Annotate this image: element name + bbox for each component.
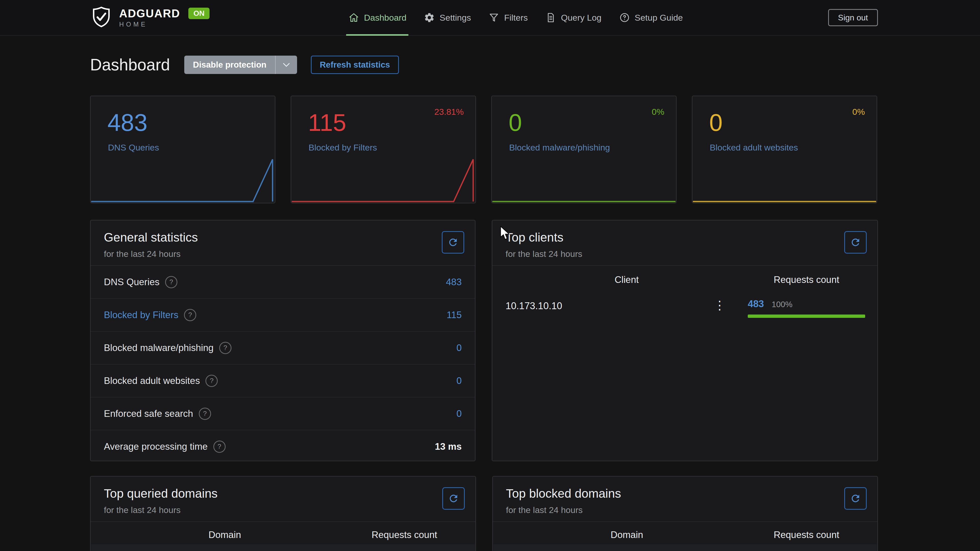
stat-row-safe-search: Enforced safe search ? 0 (91, 397, 475, 430)
refresh-icon (850, 493, 861, 504)
column-header-domain: Domain (104, 530, 346, 540)
top-clients-row: 10.173.10.10 ⋮ 483 100% (492, 299, 877, 318)
general-statistics-panel: General statistics for the last 24 hours… (90, 220, 476, 461)
nav-label: Filters (504, 13, 528, 23)
table-row-stripe (91, 545, 475, 551)
refresh-statistics-button[interactable]: Refresh statistics (311, 56, 399, 74)
stat-row-blocked-by-filters: Blocked by Filters ? 115 (91, 299, 475, 332)
kebab-menu-icon[interactable]: ⋮ (714, 299, 726, 312)
general-statistics-header: General statistics for the last 24 hours (91, 221, 475, 266)
adguard-home-dashboard: { "header": { "logo": { "brand": "ADGUAR… (0, 0, 980, 551)
stat-value: 115 (308, 110, 346, 136)
row-value: 13 ms (435, 441, 462, 452)
main-nav: Dashboard Settings Filters Query Log (348, 0, 683, 35)
row-label: Blocked malware/phishing (104, 343, 213, 353)
panel-title: Top blocked domains (506, 486, 864, 501)
refresh-top-clients-button[interactable] (844, 231, 867, 254)
stat-value: 483 (107, 110, 148, 136)
refresh-top-queried-button[interactable] (442, 487, 465, 510)
row-label: Enforced safe search (104, 408, 193, 419)
sign-out-button[interactable]: Sign out (828, 9, 878, 26)
home-icon (348, 12, 360, 23)
bottom-panels-row: Top queried domains for the last 24 hour… (90, 476, 878, 551)
refresh-top-blocked-button[interactable] (844, 487, 867, 510)
client-ip[interactable]: 10.173.10.10 (506, 299, 714, 311)
brand-subtitle: HOME (119, 21, 210, 27)
row-value: 115 (447, 310, 462, 321)
stat-label: DNS Queries (108, 143, 159, 152)
top-queried-domains-panel: Top queried domains for the last 24 hour… (90, 476, 476, 551)
gear-icon (424, 12, 435, 23)
top-queried-domains-header: Top queried domains for the last 24 hour… (91, 476, 476, 522)
column-header-requests: Requests count (748, 275, 865, 285)
stat-value: 0 (509, 110, 522, 136)
page-title: Dashboard (90, 57, 170, 73)
top-queried-column-headers: Domain Requests count (91, 530, 476, 540)
disable-protection-label: Disable protection (184, 56, 275, 74)
nav-label: Settings (440, 13, 471, 23)
row-label: Average processing time (104, 441, 208, 452)
column-header-requests: Requests count (748, 530, 865, 540)
document-icon (545, 12, 556, 23)
nav-query-log[interactable]: Query Log (545, 0, 601, 35)
stat-label: Blocked by Filters (309, 143, 377, 152)
adguard-logo: ADGUARD ON HOME (90, 0, 210, 35)
row-label-link[interactable]: Blocked by Filters (104, 310, 178, 321)
nav-setup-guide[interactable]: Setup Guide (619, 0, 683, 35)
shield-logo-icon (90, 6, 113, 30)
nav-filters[interactable]: Filters (488, 0, 528, 35)
row-value: 0 (456, 375, 462, 386)
panel-subtitle: for the last 24 hours (506, 505, 864, 515)
stat-card-dns-queries: 483 DNS Queries (90, 96, 275, 203)
nav-settings[interactable]: Settings (424, 0, 471, 35)
disable-protection-button[interactable]: Disable protection (184, 56, 297, 74)
column-header-domain: Domain (506, 530, 748, 540)
disable-protection-dropdown[interactable] (275, 56, 297, 74)
requests-count[interactable]: 483 (748, 299, 764, 310)
top-navbar: ADGUARD ON HOME Dashboard Settings Filte… (0, 0, 980, 36)
help-icon[interactable]: ? (184, 309, 196, 321)
top-blocked-domains-panel: Top blocked domains for the last 24 hour… (492, 476, 878, 551)
stat-percent: 23.81% (434, 107, 464, 117)
help-icon[interactable]: ? (165, 276, 177, 288)
top-clients-header: Top clients for the last 24 hours (492, 221, 877, 266)
page-header: Dashboard Disable protection Refresh sta… (90, 56, 399, 74)
stat-row-blocked-adult: Blocked adult websites ? 0 (91, 365, 475, 397)
stat-percent: 0% (652, 107, 664, 117)
top-clients-panel: Top clients for the last 24 hours Client… (492, 220, 878, 461)
nav-dashboard[interactable]: Dashboard (348, 0, 406, 35)
table-row-stripe (493, 545, 877, 551)
row-label: Blocked adult websites (104, 375, 200, 386)
help-icon[interactable]: ? (199, 408, 211, 420)
requests-percent: 100% (772, 300, 792, 309)
panel-subtitle: for the last 24 hours (104, 505, 462, 515)
top-clients-column-headers: Client Requests count (492, 275, 877, 285)
protection-status-badge: ON (188, 8, 210, 19)
refresh-general-statistics-button[interactable] (442, 231, 464, 254)
stat-card-blocked-by-filters: 23.81% 115 Blocked by Filters (291, 96, 476, 203)
question-circle-icon (619, 12, 630, 23)
stat-row-dns-queries: DNS Queries ? 483 (91, 266, 475, 299)
panel-title: General statistics (104, 230, 462, 245)
row-value: 483 (446, 277, 462, 287)
row-label: DNS Queries (104, 277, 159, 287)
stat-cards-row: 483 DNS Queries 23.81% 115 Blocked by Fi… (90, 96, 878, 203)
column-header-client: Client (506, 275, 748, 285)
chevron-down-icon (283, 62, 290, 67)
stat-value: 0 (709, 110, 722, 136)
stat-row-blocked-malware: Blocked malware/phishing ? 0 (91, 332, 475, 365)
top-blocked-domains-header: Top blocked domains for the last 24 hour… (493, 476, 878, 522)
help-icon[interactable]: ? (205, 375, 218, 387)
help-icon[interactable]: ? (213, 441, 226, 453)
nav-label: Setup Guide (635, 13, 683, 23)
panel-subtitle: for the last 24 hours (104, 249, 462, 259)
refresh-icon (447, 237, 458, 248)
refresh-icon (850, 237, 861, 248)
panel-title: Top queried domains (104, 486, 462, 501)
column-header-requests: Requests count (346, 530, 463, 540)
help-icon[interactable]: ? (219, 342, 231, 354)
row-value: 0 (456, 343, 462, 353)
row-value: 0 (456, 408, 462, 419)
mouse-cursor (498, 226, 512, 241)
stat-card-blocked-adult: 0% 0 Blocked adult websites (692, 96, 877, 203)
